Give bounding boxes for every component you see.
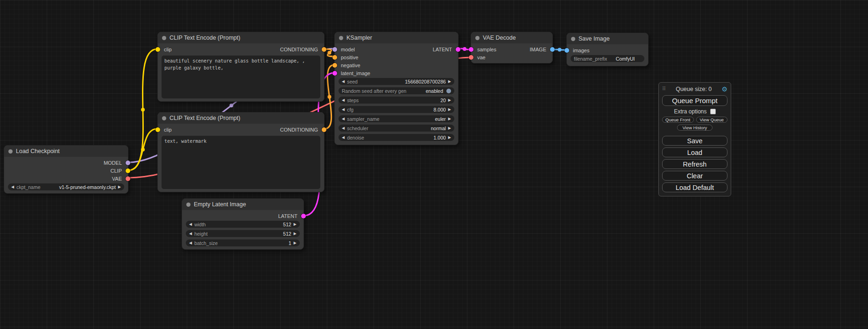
slot-label: clip [164,47,172,52]
widget-denoise[interactable]: ◀ denoise 1.000 ▶ [339,134,454,141]
widget-label: width [194,222,206,227]
input-port-samples[interactable] [469,47,473,52]
save-button[interactable]: Save [662,136,727,146]
output-port-latent[interactable] [301,214,306,218]
collapse-dot[interactable] [571,37,575,41]
widget-ckpt-name[interactable]: ◀ ckpt_name v1-5-pruned-emaonly.ckpt ▶ [8,183,124,190]
collapse-dot[interactable] [475,36,480,40]
increment-arrow-icon[interactable]: ▶ [448,126,451,130]
collapse-dot[interactable] [162,116,166,120]
node-title-bar[interactable]: Save Image [567,33,648,44]
node-title-bar[interactable]: VAE Decode [471,32,552,43]
output-port-model[interactable] [126,161,130,165]
extra-options-checkbox[interactable] [710,109,716,114]
slot-label: CONDITIONING [280,127,318,133]
widget-cfg[interactable]: ◀ cfg 8.000 ▶ [339,106,454,113]
increment-arrow-icon[interactable]: ▶ [294,241,296,245]
link-midpoint-dot [328,95,332,99]
widget-value: euler [435,116,445,122]
collapse-dot[interactable] [162,36,166,40]
slot-label: model [341,47,355,52]
decrement-arrow-icon[interactable]: ◀ [189,223,192,226]
increment-arrow-icon[interactable]: ▶ [118,185,121,189]
clear-button[interactable]: Clear [662,171,727,181]
node-body: LATENT ◀ width 512 ▶ ◀ height 512 ▶ ◀ ba… [182,210,303,246]
increment-arrow-icon[interactable]: ▶ [294,232,296,236]
increment-arrow-icon[interactable]: ▶ [294,223,296,226]
increment-arrow-icon[interactable]: ▶ [448,98,451,102]
node-body: clip CONDITIONING text, watermark [158,124,324,189]
collapse-dot[interactable] [186,203,191,207]
widget-scheduler[interactable]: ◀ scheduler normal ▶ [339,125,454,132]
node-title-bar[interactable]: Empty Latent Image [182,199,303,210]
load-button[interactable]: Load [662,147,727,157]
node-empty-latent-image[interactable]: Empty Latent Image LATENT ◀ width 512 ▶ … [182,198,304,250]
decrement-arrow-icon[interactable]: ◀ [342,126,345,130]
input-port-clip[interactable] [155,127,160,132]
collapse-dot[interactable] [339,36,343,40]
node-clip-text-encode-positive[interactable]: CLIP Text Encode (Prompt) clip CONDITION… [157,32,325,102]
input-port-latent-image[interactable] [332,71,337,76]
output-port-conditioning[interactable] [322,127,326,132]
decrement-arrow-icon[interactable]: ◀ [342,108,345,112]
output-port-image[interactable] [550,47,555,52]
queue-front-button[interactable]: Queue Front [662,117,694,123]
prompt-textarea[interactable]: text, watermark [162,136,320,189]
node-title: VAE Decode [483,35,516,41]
widget-width[interactable]: ◀ width 512 ▶ [186,221,300,228]
input-port-positive[interactable] [332,55,337,60]
node-title-bar[interactable]: Load Checkpoint [4,146,128,157]
toggle-dot[interactable] [446,89,451,93]
settings-gear-icon[interactable]: ⚙ [721,85,727,93]
node-title-bar[interactable]: KSampler [335,32,458,43]
increment-arrow-icon[interactable]: ▶ [448,117,451,121]
collapse-dot[interactable] [8,149,13,154]
refresh-button[interactable]: Refresh [662,159,727,169]
input-port-clip[interactable] [155,47,160,52]
queue-prompt-button[interactable]: Queue Prompt [662,95,727,106]
load-default-button[interactable]: Load Default [662,182,727,192]
output-port-latent[interactable] [456,47,460,52]
decrement-arrow-icon[interactable]: ◀ [342,117,345,121]
widget-filename-prefix[interactable]: filename_prefix ComfyUI [571,55,644,62]
output-port-conditioning[interactable] [322,47,326,52]
node-title-bar[interactable]: CLIP Text Encode (Prompt) [158,32,324,43]
view-history-button[interactable]: View History [677,125,713,131]
widget-sampler-name[interactable]: ◀ sampler_name euler ▶ [339,115,454,122]
node-title: CLIP Text Encode (Prompt) [169,115,240,121]
decrement-arrow-icon[interactable]: ◀ [189,232,192,236]
input-port-vae[interactable] [469,55,473,60]
widget-seed[interactable]: ◀ seed 156680208700286 ▶ [339,78,454,85]
input-port-images[interactable] [565,48,569,53]
decrement-arrow-icon[interactable]: ◀ [342,80,345,84]
increment-arrow-icon[interactable]: ▶ [448,80,451,84]
decrement-arrow-icon[interactable]: ◀ [342,136,345,140]
widget-height[interactable]: ◀ height 512 ▶ [186,230,300,237]
node-vae-decode[interactable]: VAE Decode samples IMAGE vae [471,32,553,63]
output-port-clip[interactable] [126,168,130,173]
increment-arrow-icon[interactable]: ▶ [448,108,451,112]
node-clip-text-encode-negative[interactable]: CLIP Text Encode (Prompt) clip CONDITION… [157,112,325,192]
slot-label: LATENT [433,47,452,52]
widget-random-seed-toggle[interactable]: Random seed after every gen enabled [339,87,454,94]
output-port-vae[interactable] [126,176,130,181]
input-port-negative[interactable] [332,63,337,68]
decrement-arrow-icon[interactable]: ◀ [342,98,345,102]
prompt-textarea[interactable]: beautiful scenery nature glass bottle la… [162,56,320,98]
view-queue-button[interactable]: View Queue [696,117,728,123]
node-save-image[interactable]: Save Image images filename_prefix ComfyU… [566,33,649,66]
decrement-arrow-icon[interactable]: ◀ [11,185,14,189]
output-slot-clip: CLIP [4,167,128,175]
node-title-bar[interactable]: CLIP Text Encode (Prompt) [158,112,324,124]
node-body: model LATENT positive negative latent_im… [335,43,458,141]
widget-steps[interactable]: ◀ steps 20 ▶ [339,97,454,104]
increment-arrow-icon[interactable]: ▶ [448,136,451,140]
node-load-checkpoint[interactable]: Load Checkpoint MODEL CLIP VAE ◀ ckpt_na… [4,145,128,194]
node-ksampler[interactable]: KSampler model LATENT positive negative … [334,32,459,145]
input-port-model[interactable] [332,47,337,52]
graph-canvas[interactable]: Load Checkpoint MODEL CLIP VAE ◀ ckpt_na… [0,0,868,329]
widget-label: cfg [347,107,353,112]
drag-handle-icon[interactable]: ⠿ [662,86,666,92]
widget-batch-size[interactable]: ◀ batch_size 1 ▶ [186,239,300,246]
decrement-arrow-icon[interactable]: ◀ [189,241,192,245]
